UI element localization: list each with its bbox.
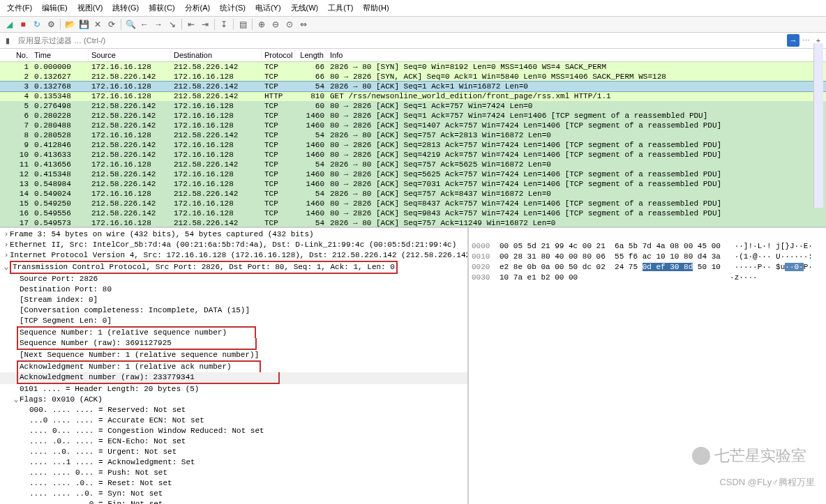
ascii-row: ·z···· — [730, 273, 758, 282]
flag-cwr[interactable]: .... 0... .... = Congestion Window Reduc… — [29, 427, 264, 435]
packet-row[interactable]: 170.549573172.16.16.128212.58.226.142TCP… — [0, 218, 826, 227]
packet-row[interactable]: 160.549556212.58.226.142172.16.16.128TCP… — [0, 208, 826, 218]
flag-reset[interactable]: .... .... .0.. = Reset: Not set — [29, 479, 172, 487]
packet-row[interactable]: 60.280228212.58.226.142172.16.16.128TCP1… — [0, 111, 826, 121]
packet-map[interactable] — [813, 43, 823, 208]
flag-reserved[interactable]: 000. .... .... = Reserved: Not set — [29, 406, 186, 414]
flag-ecn[interactable]: .... .0.. .... = ECN-Echo: Not set — [29, 437, 186, 445]
flag-syn[interactable]: .... .... ..0. = Syn: Not set — [29, 489, 163, 498]
packet-row[interactable]: 140.549024172.16.16.128212.58.226.142TCP… — [0, 189, 826, 199]
goto-icon[interactable]: ↘ — [166, 18, 179, 31]
col-no[interactable]: No. — [0, 49, 31, 61]
menu-capture[interactable]: 捕获(C) — [144, 1, 179, 15]
hex-selected[interactable]: 0d ef 30 8d — [643, 263, 693, 271]
col-length[interactable]: Length — [295, 49, 327, 61]
flag-urgent[interactable]: .... ..0. .... = Urgent: Not set — [29, 448, 177, 456]
next-seq[interactable]: [Next Sequence Number: 1 (relative seque… — [20, 351, 259, 359]
display-filter-input[interactable] — [14, 34, 787, 47]
packet-row[interactable]: 80.280528172.16.16.128212.58.226.142TCP5… — [0, 130, 826, 140]
col-source[interactable]: Source — [89, 49, 171, 61]
next-icon[interactable]: → — [152, 18, 165, 31]
hex-row[interactable]: e2 8e 0b 0a 00 50 dc 02 24 75 0d ef 30 8… — [500, 263, 721, 271]
menu-bar: 文件(F) 编辑(E) 视图(V) 跳转(G) 捕获(C) 分析(A) 统计(S… — [0, 0, 826, 17]
header-length[interactable]: 0101 .... = Header Length: 20 bytes (5) — [20, 385, 199, 393]
restart-capture-icon[interactable]: ↻ — [31, 18, 43, 31]
menu-statistics[interactable]: 统计(S) — [216, 1, 250, 15]
open-icon[interactable]: 📂 — [63, 18, 76, 31]
conversation-completeness[interactable]: [Conversation completeness: Incomplete, … — [20, 306, 250, 314]
flag-ack[interactable]: .... ...1 .... = Acknowledgment: Set — [29, 458, 195, 466]
packet-list[interactable]: 10.000000172.16.16.128212.58.226.142TCP6… — [0, 62, 826, 227]
menu-go[interactable]: 跳转(G) — [108, 1, 143, 15]
col-time[interactable]: Time — [31, 49, 89, 61]
stop-capture-icon[interactable]: ■ — [17, 18, 29, 31]
flags-summary[interactable]: Flags: 0x010 (ACK) — [20, 395, 103, 404]
ip-summary[interactable]: Internet Protocol Version 4, Src: 172.16… — [10, 251, 469, 259]
packet-row[interactable]: 20.132627212.58.226.142172.16.16.128TCP6… — [0, 72, 826, 82]
packet-bytes[interactable]: 000000 05 5d 21 99 4c 00 21 6a 5b 7d 4a … — [469, 228, 826, 504]
tcp-summary[interactable]: Transmission Control Protocol, Src Port:… — [10, 261, 398, 274]
packet-proto: TCP — [262, 121, 295, 130]
menu-view[interactable]: 视图(V) — [73, 1, 107, 15]
stream-index[interactable]: [Stream index: 0] — [20, 296, 98, 304]
packet-details[interactable]: ›Frame 3: 54 bytes on wire (432 bits), 5… — [0, 228, 469, 504]
menu-file[interactable]: 文件(F) — [3, 1, 36, 15]
col-info[interactable]: Info — [327, 49, 826, 61]
col-protocol[interactable]: Protocol — [262, 49, 295, 61]
ack-raw[interactable]: Acknowledgment number (raw): 233779341 — [20, 373, 195, 381]
zoom-reset-icon[interactable]: ⊙ — [283, 18, 296, 31]
zoom-out-icon[interactable]: ⊖ — [269, 18, 282, 31]
menu-telephony[interactable]: 电话(Y) — [251, 1, 285, 15]
apply-filter-icon[interactable]: → — [787, 34, 799, 47]
packet-row[interactable]: 50.276498212.58.226.142172.16.16.128TCP6… — [0, 101, 826, 111]
packet-row[interactable]: 130.548984212.58.226.142172.16.16.128TCP… — [0, 179, 826, 189]
bookmark-icon[interactable]: ▮ — [1, 34, 14, 47]
hex-row[interactable]: 00 28 31 80 40 00 80 06 55 f6 ac 10 10 8… — [500, 252, 721, 261]
frame-summary[interactable]: Frame 3: 54 bytes on wire (432 bits), 54… — [10, 230, 314, 238]
last-icon[interactable]: ⇥ — [199, 18, 211, 31]
flag-push[interactable]: .... .... 0... = Push: Not set — [29, 468, 167, 477]
col-destination[interactable]: Destination — [171, 49, 262, 61]
start-capture-icon[interactable]: ◢ — [3, 18, 15, 31]
packet-row[interactable]: 30.132768172.16.16.128212.58.226.142TCP5… — [0, 82, 826, 91]
menu-edit[interactable]: 编辑(E) — [38, 1, 72, 15]
packet-row[interactable]: 150.549250212.58.226.142172.16.16.128TCP… — [0, 199, 826, 208]
flag-fin[interactable]: .... .... ...0 = Fin: Not set — [29, 500, 163, 504]
dst-port[interactable]: Destination Port: 80 — [20, 285, 112, 293]
zoom-in-icon[interactable]: ⊕ — [255, 18, 268, 31]
prev-icon[interactable]: ← — [138, 18, 151, 31]
packet-dst: 212.58.226.142 — [171, 160, 262, 169]
reload-icon[interactable]: ⟳ — [105, 18, 118, 31]
packet-src: 212.58.226.142 — [89, 121, 171, 130]
menu-tools[interactable]: 工具(T) — [324, 1, 357, 15]
ethernet-summary[interactable]: Ethernet II, Src: IntelCor_5b:7d:4a (00:… — [10, 240, 456, 249]
seq-raw[interactable]: Sequence Number (raw): 3691127925 — [20, 339, 172, 347]
colorize-icon[interactable]: ▤ — [236, 18, 249, 31]
menu-help[interactable]: 帮助(H) — [359, 1, 393, 15]
find-icon[interactable]: 🔍 — [124, 18, 137, 31]
packet-row[interactable]: 70.280488212.58.226.142172.16.16.128TCP1… — [0, 121, 826, 130]
hex-row[interactable]: 00 05 5d 21 99 4c 00 21 6a 5b 7d 4a 08 0… — [500, 242, 721, 250]
options-icon[interactable]: ⚙ — [45, 18, 57, 31]
seq-relative[interactable]: Sequence Number: 1 (relative sequence nu… — [20, 328, 227, 337]
packet-row[interactable]: 100.413633212.58.226.142172.16.16.128TCP… — [0, 150, 826, 160]
menu-analyze[interactable]: 分析(A) — [181, 1, 215, 15]
resize-icon[interactable]: ⇔ — [297, 18, 310, 31]
first-icon[interactable]: ⇤ — [185, 18, 197, 31]
packet-info: 2826 → 80 [SYN] Seq=0 Win=8192 Len=0 MSS… — [327, 62, 826, 72]
packet-row[interactable]: 110.413656172.16.16.128212.58.226.142TCP… — [0, 160, 826, 169]
ack-relative[interactable]: Acknowledgment Number: 1 (relative ack n… — [20, 362, 232, 371]
flag-ae[interactable]: ...0 .... .... = Accurate ECN: Not set — [29, 416, 204, 425]
packet-row[interactable]: 40.135348172.16.16.128212.58.226.142HTTP… — [0, 91, 826, 101]
save-icon[interactable]: 💾 — [77, 18, 90, 31]
src-port[interactable]: Source Port: 2826 — [20, 275, 98, 283]
filter-options-icon[interactable]: ⋯ — [799, 34, 812, 47]
packet-row[interactable]: 120.415348212.58.226.142172.16.16.128TCP… — [0, 169, 826, 179]
autoscroll-icon[interactable]: ↧ — [218, 18, 230, 31]
tcp-segment-len[interactable]: [TCP Segment Len: 0] — [20, 316, 112, 325]
menu-wireless[interactable]: 无线(W) — [287, 1, 323, 15]
packet-row[interactable]: 10.000000172.16.16.128212.58.226.142TCP6… — [0, 62, 826, 72]
packet-row[interactable]: 90.412846212.58.226.142172.16.16.128TCP1… — [0, 140, 826, 150]
hex-row[interactable]: 10 7a e1 b2 00 00 — [500, 273, 578, 282]
close-icon[interactable]: ✕ — [91, 18, 104, 31]
